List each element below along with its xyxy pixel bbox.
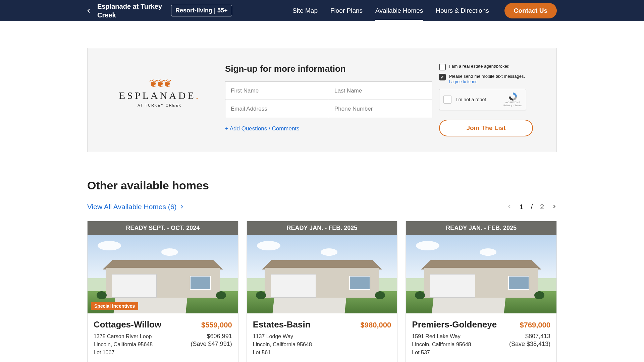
address-line-2: Lincoln, California 95648 xyxy=(412,341,471,349)
home-cards: READY SEPT. - OCT. 2024 Special Incentiv… xyxy=(87,221,557,362)
first-name-input[interactable] xyxy=(225,81,329,100)
recaptcha-badge-icon: reCAPTCHA Privacy - Terms xyxy=(503,92,522,107)
signup-panel: ❦❦❦ ESPLANADE. AT TURKEY CREEK Sign-up f… xyxy=(87,48,557,152)
plan-name: Premiers-Goldeneye xyxy=(412,319,497,330)
community-badge: Resort-living | 55+ xyxy=(171,5,232,16)
nav-hours-directions[interactable]: Hours & Directions xyxy=(436,0,489,21)
nav-floor-plans[interactable]: Floor Plans xyxy=(330,0,363,21)
savings: (Save $47,991) xyxy=(191,341,232,348)
logo-wordmark: ESPLANADE xyxy=(119,90,196,101)
agent-label: I am a real estate agent/broker. xyxy=(449,64,509,69)
lot-number: Lot 1067 xyxy=(94,349,153,357)
lot-number: Lot 537 xyxy=(412,349,471,357)
recaptcha-widget[interactable]: I'm not a robot reCAPTCHA Privacy - Term… xyxy=(439,89,526,110)
sms-checkbox[interactable] xyxy=(439,74,446,80)
signup-options: I am a real estate agent/broker. Please … xyxy=(436,64,546,136)
nav-available-homes[interactable]: Available Homes xyxy=(375,0,423,21)
ready-banner: READY JAN. - FEB. 2025 xyxy=(406,221,556,235)
recaptcha-label: I'm not a robot xyxy=(456,97,499,102)
email-input[interactable] xyxy=(225,100,329,118)
home-card[interactable]: READY JAN. - FEB. 2025 Estates-Basin $98… xyxy=(247,221,398,362)
original-price: $606,991 xyxy=(191,333,232,340)
price: $769,000 xyxy=(520,321,550,329)
signup-form: Sign-up for more information + Add Quest… xyxy=(222,64,436,132)
top-nav: Esplanade at Turkey Creek Resort-living … xyxy=(0,0,644,21)
ready-banner: READY JAN. - FEB. 2025 xyxy=(247,221,397,235)
pager-total: 2 xyxy=(540,203,544,211)
original-price: $807,413 xyxy=(509,333,550,340)
contact-us-button[interactable]: Contact Us xyxy=(504,3,557,18)
pager-current: 1 xyxy=(520,203,524,211)
add-comments-link[interactable]: + Add Questions / Comments xyxy=(225,125,300,132)
price: $559,000 xyxy=(201,321,232,329)
savings: (Save $38,413) xyxy=(509,341,550,348)
pager-sep: / xyxy=(531,203,533,211)
join-list-button[interactable]: Join The List xyxy=(439,120,533,136)
home-image: Special Incentives xyxy=(88,235,238,313)
pager-prev-button[interactable] xyxy=(507,203,512,211)
nav-links: Site Map Floor Plans Available Homes Hou… xyxy=(292,0,489,21)
pager-next-button[interactable] xyxy=(551,203,557,211)
recaptcha-checkbox[interactable] xyxy=(443,96,451,104)
home-image xyxy=(406,235,556,313)
price: $980,000 xyxy=(361,321,391,329)
home-card[interactable]: READY SEPT. - OCT. 2024 Special Incentiv… xyxy=(87,221,238,362)
address-line-1: 1375 Carson River Loop xyxy=(94,333,153,341)
lot-number: Lot 561 xyxy=(253,349,312,357)
chevron-right-icon xyxy=(179,204,184,209)
chevron-left-icon xyxy=(507,204,512,209)
nav-site-map[interactable]: Site Map xyxy=(292,0,318,21)
plan-name: Cottages-Willow xyxy=(94,319,161,330)
back-icon[interactable] xyxy=(85,7,93,14)
signup-title: Sign-up for more information xyxy=(225,64,432,74)
address-line-2: Lincoln, California 95648 xyxy=(253,341,312,349)
last-name-input[interactable] xyxy=(329,81,432,100)
chevron-right-icon xyxy=(551,204,557,209)
pager: 1 / 2 xyxy=(507,203,557,211)
address-line-1: 1591 Red Lake Way xyxy=(412,333,471,341)
community-logo: ❦❦❦ ESPLANADE. AT TURKEY CREEK xyxy=(98,64,222,121)
address-line-1: 1137 Lodge Way xyxy=(253,333,312,341)
agent-checkbox[interactable] xyxy=(439,64,446,70)
view-all-link[interactable]: View All Available Homes (6) xyxy=(87,203,184,211)
community-name: Esplanade at Turkey Creek xyxy=(97,2,164,19)
address-line-2: Lincoln, California 95648 xyxy=(94,341,153,349)
logo-trees-icon: ❦❦❦ xyxy=(119,77,201,90)
incentive-badge: Special Incentives xyxy=(91,302,138,310)
home-image xyxy=(247,235,397,313)
ready-banner: READY SEPT. - OCT. 2024 xyxy=(88,221,238,235)
phone-input[interactable] xyxy=(329,100,432,118)
logo-subtitle: AT TURKEY CREEK xyxy=(119,103,201,107)
plan-name: Estates-Basin xyxy=(253,319,311,330)
terms-link[interactable]: I agree to terms xyxy=(449,79,525,84)
section-title: Other available homes xyxy=(87,179,557,192)
sms-label: Please send me mobile text messages. xyxy=(449,74,525,79)
home-card[interactable]: READY JAN. - FEB. 2025 Premiers-Goldeney… xyxy=(406,221,557,362)
